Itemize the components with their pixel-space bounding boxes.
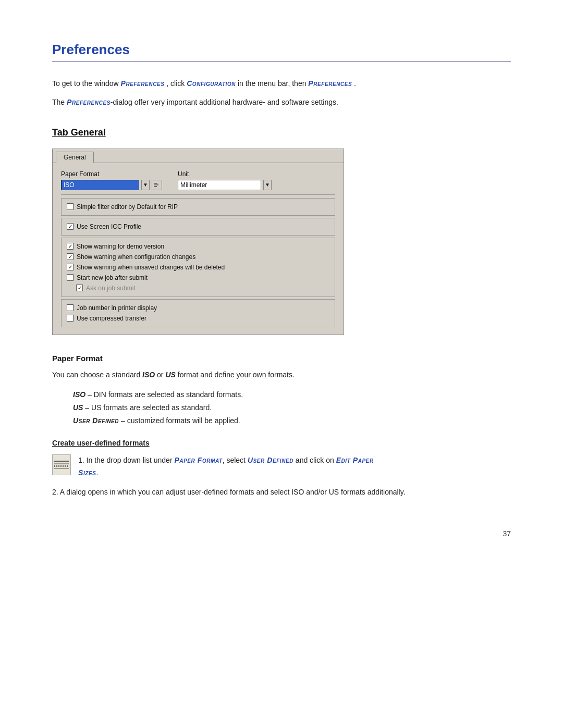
us-inline-1: US [165, 371, 175, 379]
paper-format-field: Paper Format ISO ▼ [61, 170, 162, 190]
icon-line-4 [54, 468, 69, 469]
intro-text-start: To get to the window [52, 79, 121, 88]
checkbox-warn-config-box[interactable] [67, 253, 74, 260]
checkbox-start-new-job-label: Start new job after submit [77, 274, 148, 281]
checkbox-simple-filter-box[interactable] [67, 203, 74, 210]
checkbox-icc: Use Screen ICC Profile [67, 221, 329, 232]
iso-label: ISO [73, 390, 85, 399]
checkbox-section-simple-filter: Simple filter editor by Default for RIP [61, 198, 335, 216]
intro-keyword-preferences-2: Preferences [308, 79, 352, 88]
us-desc: – US formats are selected as standard. [83, 403, 212, 412]
svg-rect-1 [154, 184, 158, 186]
checkbox-warn-unsaved-box[interactable] [67, 264, 74, 270]
checkbox-job-number-box[interactable] [67, 304, 74, 311]
dialog-content: Paper Format ISO ▼ Unit Millimeter ▼ [53, 163, 344, 335]
paper-format-edit-btn[interactable] [152, 180, 162, 190]
format-list: ISO – DIN formats are selected as standa… [73, 388, 511, 428]
paper-format-label: Paper Format [61, 170, 162, 178]
checkbox-job-number: Job number in printer display [67, 303, 329, 313]
icon-line-3 [54, 465, 69, 467]
user-defined-desc: – customized formats will be applied. [119, 416, 240, 425]
checkbox-warn-unsaved-label: Show warning when unsaved changes will b… [77, 264, 225, 271]
user-defined-label: User Defined [73, 416, 119, 425]
step-1-icon [52, 454, 71, 475]
paper-format-body: You can choose a standard ISO or US form… [52, 369, 511, 381]
paper-unit-row: Paper Format ISO ▼ Unit Millimeter ▼ [61, 170, 335, 190]
dialog-tab-bar: General [53, 149, 344, 163]
iso-inline-1: ISO [142, 371, 155, 379]
step-2-text: 2. A dialog opens in which you can adjus… [52, 486, 511, 498]
unit-field: Unit Millimeter ▼ [178, 170, 272, 190]
step1-keyword-paper-format: Paper Format [174, 456, 222, 464]
checkbox-warn-config-label: Show warning when configuration changes [77, 253, 195, 261]
step1-keyword-user-defined: User Defined [248, 456, 293, 464]
intro-keyword-configuration: Configuration [187, 79, 236, 88]
checkbox-ask-job-label: Ask on job submit [86, 285, 136, 292]
intro-text-end: . [354, 79, 356, 88]
paper-format-arrow[interactable]: ▼ [141, 180, 150, 190]
unit-input-row: Millimeter ▼ [178, 180, 272, 190]
step-1-text: 1. In the drop down list under Paper For… [78, 454, 511, 478]
intro-keyword-preferences-1: Preferences [121, 79, 165, 88]
checkbox-warn-demo-box[interactable] [67, 243, 74, 250]
icon-line-2 [54, 463, 69, 464]
intro2-keyword: Preferences [67, 98, 111, 106]
iso-list-item: ISO – DIN formats are selected as standa… [73, 388, 511, 401]
iso-desc: – DIN formats are selected as standard f… [85, 390, 243, 399]
checkbox-compressed-box[interactable] [67, 315, 74, 322]
intro2-end: -dialog offer very important additional … [111, 98, 338, 106]
general-tab[interactable]: General [56, 152, 94, 163]
checkbox-simple-filter: Simple filter editor by Default for RIP [67, 202, 329, 212]
checkbox-job-number-label: Job number in printer display [77, 304, 157, 312]
paper-format-select[interactable]: ISO [61, 180, 139, 190]
svg-rect-0 [154, 183, 157, 184]
checkbox-warn-config: Show warning when configuration changes [67, 252, 329, 262]
intro-paragraph-2: The Preferences-dialog offer very import… [52, 96, 511, 108]
icon-line-1 [54, 461, 69, 462]
step-1-row: 1. In the drop down list under Paper For… [52, 454, 511, 478]
us-label: US [73, 403, 83, 412]
divider-1 [61, 194, 335, 195]
create-formats-heading: Create user-defined formats [52, 439, 511, 447]
checkbox-section-icc: Use Screen ICC Profile [61, 218, 335, 236]
checkbox-section-warnings: Show warning for demo version Show warni… [61, 238, 335, 297]
step1-keyword-edit-paper-sizes: Edit PaperSizes [78, 456, 374, 476]
unit-select[interactable]: Millimeter [178, 180, 261, 190]
checkbox-warn-unsaved: Show warning when unsaved changes will b… [67, 262, 329, 273]
checkbox-ask-job: Ask on job submit [67, 283, 329, 293]
checkbox-simple-filter-label: Simple filter editor by Default for RIP [77, 203, 178, 211]
checkbox-compressed-label: Use compressed transfer [77, 315, 146, 322]
checkbox-start-new-job-box[interactable] [67, 274, 74, 281]
checkbox-warn-demo-label: Show warning for demo version [77, 243, 164, 250]
us-list-item: US – US formats are selected as standard… [73, 401, 511, 414]
intro-text-click: , click [166, 79, 187, 88]
checkbox-section-misc: Job number in printer display Use compre… [61, 299, 335, 327]
intro2-start: The [52, 98, 67, 106]
checkbox-warn-demo: Show warning for demo version [67, 241, 329, 252]
unit-arrow[interactable]: ▼ [263, 180, 272, 190]
unit-label: Unit [178, 170, 272, 178]
page-title: Preferences [52, 42, 511, 62]
svg-rect-2 [154, 186, 157, 187]
page-number: 37 [52, 529, 511, 538]
intro-paragraph-1: To get to the window Preferences , click… [52, 78, 511, 89]
general-dialog: General Paper Format ISO ▼ Unit Millimet… [52, 149, 344, 335]
tab-general-heading: Tab General [52, 127, 511, 138]
paper-format-heading: Paper Format [52, 354, 511, 363]
checkbox-compressed: Use compressed transfer [67, 313, 329, 324]
checkbox-icc-label: Use Screen ICC Profile [77, 223, 141, 230]
paper-format-input-row: ISO ▼ [61, 180, 162, 190]
user-defined-list-item: User Defined – customized formats will b… [73, 414, 511, 427]
checkbox-ask-job-box[interactable] [76, 285, 83, 291]
checkbox-icc-box[interactable] [67, 223, 74, 230]
intro-text-then: in the menu bar, then [238, 79, 308, 88]
checkbox-start-new-job: Start new job after submit [67, 273, 329, 283]
